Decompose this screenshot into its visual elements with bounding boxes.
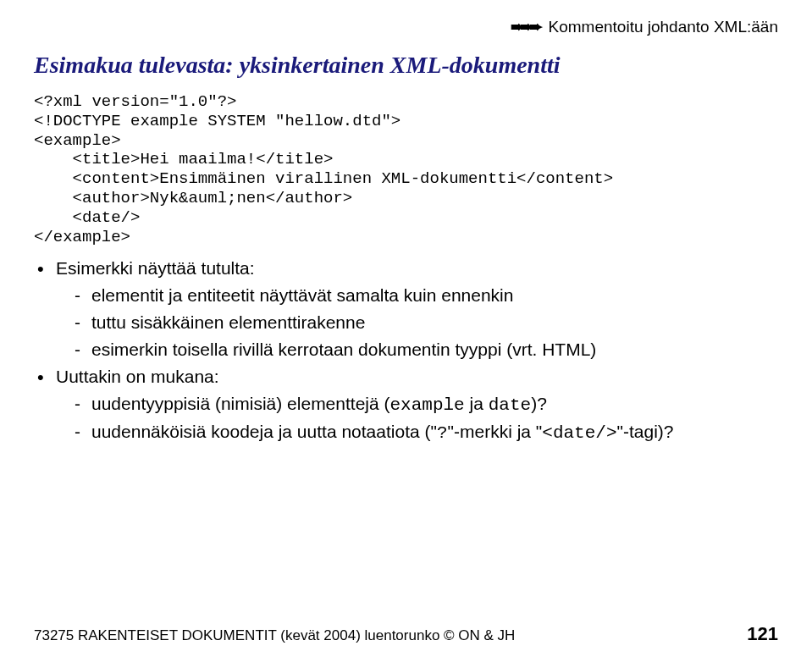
bullet-level1: •Uuttakin on mukana: xyxy=(37,367,778,387)
bullet-level2: -elementit ja entiteetit näyttävät samal… xyxy=(75,285,778,306)
page-number: 121 xyxy=(747,623,778,645)
bullet-level2: -tuttu sisäkkäinen elementtirakenne xyxy=(75,312,778,333)
bullet-text: elementit ja entiteetit näyttävät samalt… xyxy=(91,285,513,305)
bullet-text: uudentyyppisiä (nimisiä) elementtejä (ex… xyxy=(91,394,547,413)
bullet-text: Uuttakin on mukana: xyxy=(56,367,219,386)
bullet-text: uudennäköisiä koodeja ja uutta notaatiot… xyxy=(91,422,673,441)
bullet-dot-icon: • xyxy=(37,368,56,387)
bullet-dot-icon: • xyxy=(37,260,56,279)
bullet-text: esimerkin toisella rivillä kerrotaan dok… xyxy=(91,340,596,359)
bullet-text: tuttu sisäkkäinen elementtirakenne xyxy=(91,312,365,332)
bullet-dash-icon: - xyxy=(75,285,91,306)
page-title: Esimakua tulevasta: yksinkertainen XML-d… xyxy=(34,52,778,79)
bullet-level2: -uudennäköisiä koodeja ja uutta notaatio… xyxy=(75,422,778,443)
chapter-header: ➨➨➨ Kommentoitu johdanto XML:ään xyxy=(34,17,778,36)
chapter-title: Kommentoitu johdanto XML:ään xyxy=(549,18,778,36)
bullet-text: Esimerkki näyttää tutulta: xyxy=(56,258,255,278)
arrow-icon: ➨➨➨ xyxy=(511,18,539,36)
code-block: <?xml version="1.0"?> <!DOCTYPE example … xyxy=(34,92,778,246)
page-footer: 73275 RAKENTEISET DOKUMENTIT (kevät 2004… xyxy=(34,623,778,645)
bullet-level2: -esimerkin toisella rivillä kerrotaan do… xyxy=(75,340,778,360)
bullet-dash-icon: - xyxy=(75,422,91,442)
footer-text: 73275 RAKENTEISET DOKUMENTIT (kevät 2004… xyxy=(34,627,515,644)
bullet-dash-icon: - xyxy=(75,340,91,360)
bullet-dash-icon: - xyxy=(75,312,91,333)
bullet-level1: •Esimerkki näyttää tutulta: xyxy=(37,258,778,279)
bullet-level2: -uudentyyppisiä (nimisiä) elementtejä (e… xyxy=(75,394,778,415)
bullet-dash-icon: - xyxy=(75,394,91,414)
